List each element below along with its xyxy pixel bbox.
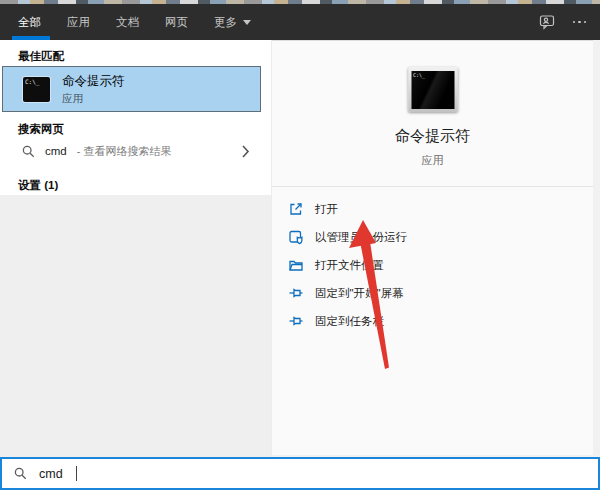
- chevron-down-icon: [243, 20, 251, 25]
- tab-web-label: 网页: [165, 15, 188, 30]
- cmd-icon-text: C:\_: [25, 78, 39, 85]
- tab-all-label: 全部: [18, 15, 41, 30]
- action-pin-to-start-label: 固定到"开始"屏幕: [315, 286, 404, 301]
- tab-apps[interactable]: 应用: [67, 15, 90, 30]
- cmd-large-icon-text: C:\_: [413, 72, 425, 78]
- more-options-ellipsis-icon[interactable]: [571, 17, 589, 28]
- action-pin-to-taskbar[interactable]: 固定到任务栏: [272, 307, 593, 335]
- web-search-header: 搜索网页: [18, 122, 64, 137]
- best-match-header: 最佳匹配: [18, 49, 64, 64]
- action-pin-to-start[interactable]: 固定到"开始"屏幕: [272, 279, 593, 307]
- tab-documents[interactable]: 文档: [116, 15, 139, 30]
- action-open-file-location[interactable]: 打开文件位置: [272, 251, 593, 279]
- search-input[interactable]: cmd: [0, 457, 600, 490]
- web-search-hint: - 查看网络搜索结果: [77, 144, 172, 159]
- detail-app-subtitle: 应用: [272, 153, 593, 168]
- detail-divider: [272, 186, 593, 187]
- run-as-admin-shield-icon: [288, 229, 304, 245]
- result-detail-panel: C:\_ 命令提示符 应用 打开 以管理员身份运行 打开文件位置: [272, 40, 593, 455]
- best-match-title: 命令提示符: [62, 73, 125, 90]
- search-icon: [22, 145, 35, 158]
- web-search-query: cmd: [45, 145, 67, 157]
- chevron-right-icon: [242, 145, 250, 158]
- feedback-icon[interactable]: [539, 14, 555, 30]
- tab-all[interactable]: 全部: [18, 15, 41, 30]
- search-icon: [14, 467, 27, 480]
- pin-icon: [288, 285, 304, 301]
- action-open-file-location-label: 打开文件位置: [315, 258, 384, 273]
- action-open-label: 打开: [315, 202, 338, 217]
- search-filter-bar: 全部 应用 文档 网页 更多: [0, 4, 600, 40]
- cmd-prompt-large-icon: C:\_: [408, 67, 457, 112]
- best-match-subtitle: 应用: [62, 92, 125, 106]
- search-input-value: cmd: [39, 467, 63, 481]
- pin-icon: [288, 313, 304, 329]
- results-panel: 最佳匹配 C:\_ 命令提示符 应用 搜索网页 cmd - 查看网络搜索结果 设…: [0, 40, 272, 457]
- action-run-as-admin-label: 以管理员身份运行: [315, 230, 407, 245]
- best-match-result-cmd[interactable]: C:\_ 命令提示符 应用: [2, 66, 261, 112]
- tab-apps-label: 应用: [67, 15, 90, 30]
- action-run-as-admin[interactable]: 以管理员身份运行: [272, 223, 593, 251]
- cmd-prompt-icon: C:\_: [23, 77, 50, 102]
- folder-icon: [288, 257, 304, 273]
- tab-more-label: 更多: [214, 15, 237, 30]
- text-cursor: [76, 466, 77, 481]
- tab-documents-label: 文档: [116, 15, 139, 30]
- action-open[interactable]: 打开: [272, 195, 593, 223]
- tab-more[interactable]: 更多: [214, 15, 251, 30]
- web-search-result-row[interactable]: cmd - 查看网络搜索结果: [0, 137, 272, 165]
- settings-group-header[interactable]: 设置 (1): [18, 178, 58, 193]
- action-list: 打开 以管理员身份运行 打开文件位置 固定到"开始"屏幕: [272, 195, 593, 335]
- tab-web[interactable]: 网页: [165, 15, 188, 30]
- action-pin-to-taskbar-label: 固定到任务栏: [315, 314, 384, 329]
- detail-app-title: 命令提示符: [272, 127, 593, 146]
- open-icon: [288, 201, 304, 217]
